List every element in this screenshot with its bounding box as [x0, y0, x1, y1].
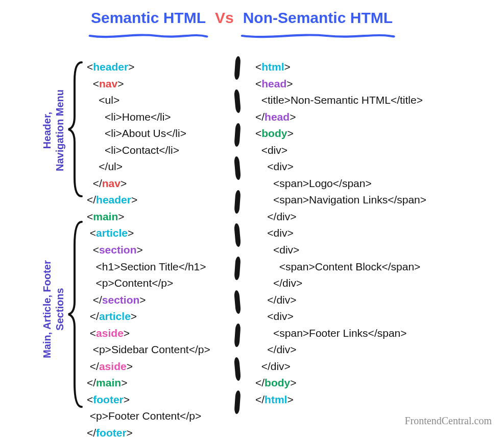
code-token: >	[121, 177, 127, 189]
side-label-header-nav: Header, Navigation Menu	[41, 61, 66, 199]
code-token: header	[96, 194, 131, 205]
code-token: <p>Sidebar Content</p>	[87, 343, 210, 355]
semantic-line: <footer>	[87, 392, 240, 408]
code-token: <	[255, 127, 261, 139]
code-token: </	[255, 111, 265, 123]
code-token: <ul>	[87, 94, 119, 106]
code-token: head	[261, 78, 286, 89]
semantic-line: </main>	[87, 375, 240, 392]
nonsemantic-line: <html>	[255, 59, 495, 76]
code-token: <	[87, 327, 96, 339]
semantic-line: <header>	[87, 59, 240, 76]
nonsemantic-line: </html>	[255, 392, 495, 408]
underline-left	[88, 26, 209, 33]
code-token: <	[87, 61, 93, 73]
code-token: <	[87, 394, 93, 405]
semantic-line: <aside>	[87, 325, 240, 342]
watermark: FrontendCentral.com	[404, 415, 492, 427]
code-token: </	[87, 194, 96, 205]
code-token: >	[290, 111, 296, 123]
curly-bracket-bottom	[65, 220, 86, 409]
semantic-line: </aside>	[87, 358, 240, 375]
code-token: <	[255, 78, 261, 89]
title-nonsemantic-text: Non-Semantic HTML	[243, 9, 393, 26]
code-token: </	[255, 394, 265, 405]
semantic-line: <p>Footer Content</p>	[87, 408, 240, 425]
code-token: </	[87, 377, 96, 388]
diagram-page: Semantic HTML Vs Non-Semantic HTML	[0, 0, 504, 437]
nonsemantic-line: <span>Logo</span>	[255, 175, 495, 192]
nonsemantic-line: <body>	[255, 125, 495, 142]
code-token: <title>Non-Semantic HTML</title>	[255, 94, 423, 106]
nonsemantic-line: <div>	[255, 142, 495, 159]
semantic-line: <main>	[87, 209, 240, 225]
nonsemantic-line: <span>Content Block</span>	[255, 259, 495, 275]
code-token: body	[261, 127, 287, 139]
code-token: <div>	[255, 160, 294, 172]
code-token: </div>	[255, 360, 291, 372]
code-token: <div>	[255, 227, 294, 239]
code-token: <	[255, 61, 261, 73]
semantic-line: </ul>	[87, 158, 240, 175]
code-token: >	[287, 394, 293, 405]
code-token: nav	[99, 78, 117, 89]
code-token: </	[87, 294, 102, 306]
code-token: article	[96, 227, 128, 239]
semantic-line: </header>	[87, 192, 240, 209]
code-token: main	[93, 211, 118, 222]
code-token: <	[87, 78, 99, 89]
code-token: aside	[99, 360, 127, 372]
nonsemantic-line: <div>	[255, 242, 495, 259]
code-token: >	[131, 310, 137, 322]
underline-right	[240, 26, 396, 33]
code-token: section	[102, 294, 140, 306]
code-token: footer	[96, 427, 127, 437]
code-token: >	[121, 377, 127, 388]
semantic-line: <li>Home</li>	[87, 109, 240, 126]
code-token: <span>Content Block</span>	[255, 261, 420, 272]
nonsemantic-line: </head>	[255, 109, 495, 126]
code-token: >	[128, 61, 134, 73]
code-token: </	[87, 177, 102, 189]
code-token: </	[255, 377, 265, 388]
semantic-line: <li>Contact</li>	[87, 142, 240, 159]
code-token: >	[118, 211, 124, 222]
code-token: >	[117, 78, 124, 89]
code-token: <p>Footer Content</p>	[87, 410, 201, 422]
nonsemantic-code-block: <html><head> <title>Non-Semantic HTML</t…	[255, 59, 495, 408]
semantic-line: <ul>	[87, 92, 240, 109]
code-token: >	[128, 227, 134, 239]
code-token: <li>Home</li>	[87, 111, 171, 123]
code-token: <	[87, 211, 93, 222]
code-token: >	[284, 61, 291, 73]
nonsemantic-line: <div>	[255, 225, 495, 242]
nonsemantic-line: </div>	[255, 275, 495, 292]
title-vs: Vs	[215, 9, 234, 26]
code-token: <	[87, 244, 99, 256]
code-token: <span>Navigation Links</span>	[255, 194, 426, 205]
code-token: <div>	[255, 144, 287, 156]
code-token: section	[99, 244, 137, 256]
code-token: nav	[102, 177, 121, 189]
side-label-main-article-footer: Main, Article, Footer Sections	[41, 215, 66, 404]
semantic-line: <article>	[87, 225, 240, 242]
code-token: <span>Logo</span>	[255, 177, 372, 189]
nonsemantic-line: </div>	[255, 292, 495, 309]
code-token: >	[131, 194, 137, 205]
semantic-line: </section>	[87, 292, 240, 309]
code-token: body	[265, 377, 290, 388]
code-token: <div>	[255, 244, 299, 256]
semantic-line: <p>Sidebar Content</p>	[87, 341, 240, 358]
code-token: article	[99, 310, 131, 322]
code-token: >	[124, 327, 130, 339]
code-token: <div>	[255, 310, 294, 322]
code-token: <li>Contact</li>	[87, 144, 179, 156]
code-token: </	[87, 360, 99, 372]
code-token: >	[287, 127, 293, 139]
code-token: >	[139, 294, 146, 306]
code-token: </	[87, 310, 99, 322]
semantic-line: </article>	[87, 308, 240, 325]
semantic-line: </nav>	[87, 175, 240, 192]
code-token: >	[124, 394, 130, 405]
semantic-line: <p>Content</p>	[87, 275, 240, 292]
